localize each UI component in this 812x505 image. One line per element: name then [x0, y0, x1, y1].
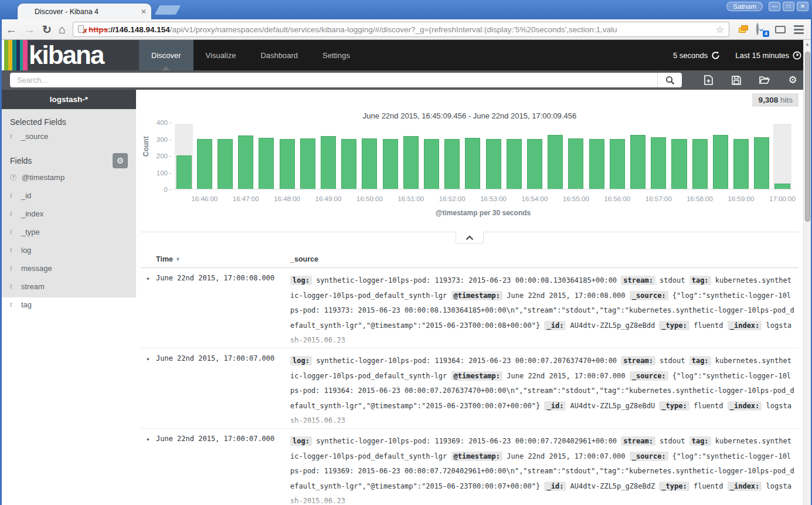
expand-row-icon[interactable]: ▸ [141, 273, 156, 348]
histogram-bar[interactable] [589, 139, 604, 189]
field-settings-button[interactable]: ⚙ [113, 153, 128, 168]
field-badge: tag: [689, 436, 711, 446]
histogram-bar[interactable] [692, 139, 708, 189]
minimize-button[interactable]: — [769, 2, 780, 11]
histogram-bar[interactable] [671, 139, 687, 189]
histogram-bar[interactable] [218, 139, 233, 189]
histogram-bar[interactable] [403, 136, 419, 189]
sidebar-field-source[interactable]: t_source [2, 127, 136, 145]
hangouts-extension-icon[interactable]: 4 [756, 24, 767, 35]
cast-extension-icon[interactable] [775, 26, 786, 33]
settings-button[interactable]: ⚙ [787, 75, 798, 86]
index-pattern-selector[interactable]: logstash-* [2, 90, 136, 109]
histogram-bar[interactable] [651, 137, 666, 189]
time-range-button[interactable]: Last 15 minutes [735, 51, 801, 60]
home-button[interactable]: ⌂ [59, 23, 66, 36]
time-range-label: Last 15 minutes [735, 51, 789, 60]
notes-extension-icon[interactable] [739, 25, 748, 33]
histogram-bar[interactable] [280, 139, 295, 189]
sidebar-field-tag[interactable]: ttag [2, 295, 136, 313]
histogram-bar[interactable] [630, 135, 645, 189]
histogram-bar[interactable] [321, 136, 336, 189]
expand-row-icon[interactable]: ▸ [141, 434, 156, 505]
tab-close-icon[interactable]: ✕ [141, 8, 147, 16]
bar-slot [194, 124, 215, 189]
sidebar-field-stream[interactable]: tstream [2, 277, 136, 295]
new-tab-button[interactable] [155, 5, 181, 15]
sidebar-field-id[interactable]: t_id [2, 186, 136, 204]
histogram-bar[interactable] [774, 184, 790, 189]
bar-slot [463, 124, 483, 189]
insecure-lock-icon[interactable]: ✗ [78, 25, 86, 33]
histogram-bar[interactable] [527, 139, 542, 189]
url-bar[interactable]: ✗ https ://146.148.94.154 /api/v1/proxy/… [73, 22, 729, 37]
field-badge: _index: [728, 482, 762, 491]
refresh-interval-button[interactable]: 5 seconds [673, 51, 720, 60]
histogram-bar[interactable] [383, 139, 398, 189]
row-source: log: synthetic-logger-10lps-pod: 119369:… [290, 434, 799, 505]
expand-row-icon[interactable]: ▸ [141, 354, 156, 428]
back-button[interactable]: ← [6, 24, 17, 35]
histogram-bar[interactable] [548, 135, 563, 189]
search-input[interactable] [10, 73, 657, 87]
nav-tab-settings[interactable]: Settings [310, 40, 362, 70]
close-button[interactable]: ✕ [797, 2, 808, 11]
browser-window: Discover - Kibana 4 ✕ Satnam — □ ✕ ← → ↻… [0, 0, 812, 505]
histogram-bar[interactable] [733, 139, 749, 189]
histogram-bar[interactable] [259, 138, 274, 189]
save-search-button[interactable] [731, 75, 742, 86]
nav-tab-dashboard[interactable]: Dashboard [248, 40, 310, 70]
histogram-bar[interactable] [568, 138, 583, 189]
histogram-bar[interactable] [507, 139, 522, 189]
kibana-brand-text: kibana [29, 40, 109, 70]
histogram-bar[interactable] [610, 139, 625, 189]
chrome-menu-icon[interactable] [794, 25, 804, 34]
histogram-bar[interactable] [465, 138, 480, 189]
histogram-bar[interactable] [754, 137, 769, 189]
clock-icon [793, 51, 801, 60]
kibana-logo-stripes [2, 40, 28, 70]
kibana-logo[interactable]: kibana [2, 40, 139, 70]
profile-button[interactable]: Satnam [726, 2, 763, 11]
histogram-bar[interactable] [424, 139, 439, 189]
histogram-bar[interactable] [176, 155, 192, 189]
row-time: June 22nd 2015, 17:00:07.000 [156, 434, 290, 505]
histogram-bar[interactable] [197, 139, 212, 189]
nav-tab-visualize[interactable]: Visualize [193, 40, 249, 70]
histogram-bar[interactable] [486, 139, 501, 189]
histogram-bar[interactable] [300, 138, 315, 189]
chart-collapse-control [141, 232, 799, 245]
scrollbar-up-arrow[interactable]: ▲ [804, 42, 811, 47]
bar-slot [504, 124, 524, 189]
bar-slot [174, 124, 194, 189]
browser-tab[interactable]: Discover - Kibana 4 ✕ [18, 4, 151, 19]
open-search-button[interactable] [759, 75, 770, 86]
histogram-bar[interactable] [362, 138, 377, 189]
field-badge: _index: [728, 321, 762, 330]
histogram-bar[interactable] [238, 135, 253, 189]
new-search-button[interactable] [703, 75, 714, 86]
time-column-header[interactable]: Time ▼ [156, 255, 290, 263]
page-scrollbar[interactable]: ▲ [803, 40, 811, 505]
reload-button[interactable]: ↻ [42, 24, 52, 35]
sidebar-field-message[interactable]: tmessage [2, 259, 136, 277]
sidebar-field-timestamp[interactable]: @timestamp [2, 168, 136, 186]
new-document-icon [704, 75, 713, 85]
search-button[interactable] [657, 73, 682, 87]
forward-button[interactable]: → [24, 24, 35, 35]
sidebar-field-type[interactable]: t_type [2, 222, 136, 240]
histogram-bar[interactable] [713, 135, 728, 189]
sort-descending-icon: ▼ [175, 256, 181, 262]
nav-tab-label: Settings [322, 51, 350, 60]
sidebar-field-index[interactable]: t_index [2, 204, 136, 222]
search-icon [665, 76, 675, 85]
histogram-bar[interactable] [341, 139, 356, 189]
collapse-chart-button[interactable] [456, 232, 484, 244]
sidebar-field-log[interactable]: tlog [2, 240, 136, 259]
scrollbar-thumb[interactable] [805, 52, 810, 222]
histogram-bar[interactable] [444, 139, 460, 189]
bookmark-star-icon[interactable]: ☆ [716, 24, 724, 35]
plot-area [174, 124, 793, 189]
nav-tab-discover[interactable]: Discover [139, 40, 193, 70]
maximize-button[interactable]: □ [783, 2, 794, 11]
